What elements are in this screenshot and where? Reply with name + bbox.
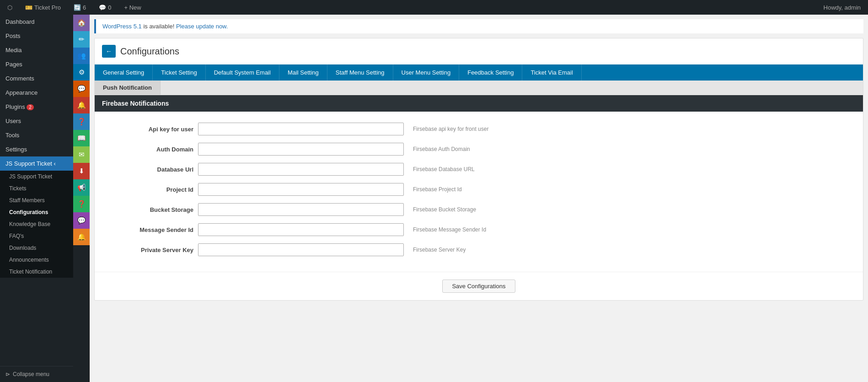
sub-tabs: Push Notification [95,81,863,95]
submenu-knowledge-base[interactable]: Knowledge Base [0,218,73,230]
input-project-id[interactable] [198,183,404,196]
wp-logo[interactable]: ⬡ [4,0,16,15]
hint-message-sender-id: Firsebase Message Sender Id [413,226,486,233]
update-now-link[interactable]: Please update now. [176,23,228,30]
sidebar-item-users[interactable]: Users [0,114,73,128]
label-database-url: Database Url [102,166,193,173]
field-row-project-id: Project Id Firsebase Project Id [95,179,863,199]
back-button[interactable]: ← [102,45,116,58]
submenu-faqs[interactable]: FAQ's [0,230,73,242]
icon-alert[interactable]: 🔔 [73,97,90,113]
field-row-message-sender-id: Message Sender Id Firsebase Message Send… [95,220,863,240]
icon-chat[interactable]: 💬 [73,81,90,97]
config-panel: ← Configurations General Setting Ticket … [94,38,863,301]
sidebar: Dashboard Posts Media Pages Comments App… [0,15,73,382]
submenu-announcements[interactable]: Announcements [0,254,73,266]
admin-bar: ⬡ 🎫 Ticket Pro 🔄 6 💬 0 + New Howdy, admi… [0,0,868,15]
site-name[interactable]: 🎫 Ticket Pro [21,0,64,15]
update-notice: WordPress 5.1 is available! Please updat… [94,19,863,33]
hint-api-key-user: Firsebase api key for front user [413,126,488,132]
field-row-database-url: Database Url Firsebase Database URL [95,159,863,179]
tab-ticket-setting[interactable]: Ticket Setting [153,65,205,81]
label-project-id: Project Id [102,186,193,193]
sidebar-item-appearance[interactable]: Appearance [0,86,73,100]
submenu-configurations[interactable]: Configurations [0,206,73,218]
tab-push-notification[interactable]: Push Notification [95,81,161,95]
icon-notification[interactable]: 🔔 [73,229,90,245]
field-row-api-key-user: Api key for user Firsebase api key for f… [95,119,863,139]
submenu-ticket-notification[interactable]: Ticket Notification [0,266,73,278]
input-database-url[interactable] [198,163,404,176]
icon-download[interactable]: ⬇ [73,163,90,179]
icon-sidebar: 🏠 ✏ 👥 ⚙ 💬 🔔 ❓ 📖 ✉ ⬇ 📢 ❓ 💬 🔔 [73,15,90,382]
sidebar-item-comments[interactable]: Comments [0,71,73,86]
icon-envelope[interactable]: ✉ [73,146,90,163]
field-row-private-server-key: Private Server Key Firsebase Server Key [95,240,863,260]
collapse-menu-btn[interactable]: ⊳ Collapse menu [0,366,73,382]
new-post[interactable]: + New [121,0,145,15]
label-private-server-key: Private Server Key [102,247,193,253]
updates-count[interactable]: 🔄 6 [70,0,90,15]
main-tabs: General Setting Ticket Setting Default S… [95,65,863,81]
tab-user-menu-setting[interactable]: User Menu Setting [393,65,460,81]
field-row-bucket-storage: Bucket Storage Firsebase Bucket Storage [95,199,863,220]
sidebar-item-dashboard[interactable]: Dashboard [0,15,73,29]
content-area: WordPress 5.1 is available! Please updat… [90,15,868,382]
label-message-sender-id: Message Sender Id [102,226,193,233]
label-api-key-user: Api key for user [102,126,193,133]
icon-book[interactable]: 📖 [73,130,90,146]
tab-staff-menu-setting[interactable]: Staff Menu Setting [327,65,393,81]
config-title: Configurations [120,46,179,57]
sidebar-item-js-support[interactable]: JS Support Ticket ‹ [0,156,73,171]
save-configurations-button[interactable]: Save Configurations [442,280,515,293]
icon-question[interactable]: ❓ [73,113,90,130]
field-row-auth-domain: Auth Domain Firsebase Auth Domain [95,139,863,159]
howdy-text: Howdy, admin [824,4,864,11]
label-auth-domain: Auth Domain [102,146,193,153]
input-api-key-user[interactable] [198,123,404,135]
sidebar-item-tools[interactable]: Tools [0,128,73,142]
sidebar-item-posts[interactable]: Posts [0,29,73,43]
hint-database-url: Firsebase Database URL [413,166,475,172]
icon-message[interactable]: 💬 [73,212,90,229]
icon-users[interactable]: 👥 [73,48,90,64]
config-header: ← Configurations [95,38,863,65]
sidebar-item-pages[interactable]: Pages [0,57,73,71]
icon-announce[interactable]: 📢 [73,179,90,196]
form-body: Api key for user Firsebase api key for f… [95,112,863,267]
submenu-tickets[interactable]: Tickets [0,183,73,194]
tab-default-system-email[interactable]: Default System Email [206,65,279,81]
input-private-server-key[interactable] [198,243,404,256]
tab-mail-setting[interactable]: Mail Setting [279,65,327,81]
sidebar-item-settings[interactable]: Settings [0,142,73,156]
tab-feedback-setting[interactable]: Feedback Setting [459,65,522,81]
icon-settings[interactable]: ⚙ [73,64,90,81]
tab-ticket-via-email[interactable]: Ticket Via Email [522,65,581,81]
icon-edit[interactable]: ✏ [73,31,90,48]
tab-general-setting[interactable]: General Setting [95,65,153,81]
comments-count[interactable]: 💬 0 [95,0,115,15]
hint-bucket-storage: Firsebase Bucket Storage [413,206,476,213]
sidebar-item-media[interactable]: Media [0,43,73,57]
sidebar-item-plugins[interactable]: Plugins 2 [0,100,73,114]
icon-home[interactable]: 🏠 [73,15,90,31]
input-bucket-storage[interactable] [198,203,404,216]
icon-question2[interactable]: ❓ [73,196,90,212]
hint-auth-domain: Firsebase Auth Domain [413,146,470,152]
hint-private-server-key: Firsebase Server Key [413,247,466,253]
submenu-staff-members[interactable]: Staff Members [0,194,73,206]
firebase-section: Firebase Notifications Api key for user … [95,95,863,300]
input-auth-domain[interactable] [198,143,404,156]
wp-version-link[interactable]: WordPress 5.1 [102,23,142,30]
hint-project-id: Firsebase Project Id [413,186,462,193]
input-message-sender-id[interactable] [198,223,404,236]
section-title: Firebase Notifications [95,95,863,112]
submenu-downloads[interactable]: Downloads [0,242,73,254]
submenu-js-support-ticket[interactable]: JS Support Ticket [0,171,73,183]
label-bucket-storage: Bucket Storage [102,206,193,213]
form-footer: Save Configurations [95,272,863,300]
